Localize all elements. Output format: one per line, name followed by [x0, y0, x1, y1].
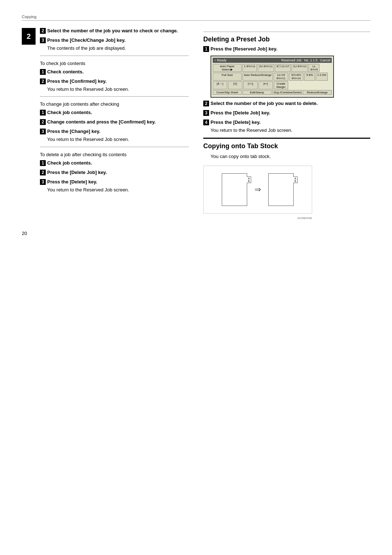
step-text: Press the [Delete] key. [211, 119, 261, 125]
step-number: 4 [203, 119, 209, 125]
intro-step2: 2 Select the number of the job you want … [40, 28, 189, 34]
step-text: Check contents. [47, 69, 83, 74]
step-body: You return to the Reserved Job screen. [47, 136, 189, 143]
image-credit: GCINDX0E [203, 216, 312, 220]
left-column: 2 2 Select the number of the job you wan… [22, 28, 189, 220]
step-text: Change contents and press the [Confirmed… [47, 119, 156, 125]
intro-step3: 3 Press the [Check/Change Job] key. The … [40, 37, 189, 52]
step-number: 1 [40, 160, 46, 166]
s2-step1: 1 Check job contents. [40, 110, 189, 116]
step-body: The contents of the job are displayed. [47, 45, 189, 52]
delete-section-heading: Deleting a Preset Job [203, 36, 370, 43]
lcd-reserved: Reserved Job No. 1 1 5 Cancel [281, 58, 330, 62]
tab-page-result: AB [268, 173, 294, 206]
arrow-icon: ⇒ [254, 185, 261, 194]
right-column: Deleting a Preset Job 1 Press the [Reser… [203, 28, 370, 220]
delete-step3: 3 Press the [Delete Job] key. [203, 110, 370, 116]
lcd-row4: Cover/Slip Sheet Edit/Stamp Dup./Combine… [213, 90, 332, 95]
s3-step3: 3 Press the [Delete] key. You return to … [40, 179, 189, 194]
tab-illustration: AB ⇒ AB [203, 166, 312, 214]
step-body: You return to the Reserved Job screen. [47, 86, 189, 93]
tab-page-source: AB [222, 173, 247, 206]
step-text: Press the [Delete] key. [47, 179, 97, 185]
lcd-row3: [A→] [V] [+□] [▪+] CreateMargin [213, 81, 332, 89]
lcd-status: ○ Ready [214, 58, 226, 62]
copying-body: You can copy onto tab stock. [211, 153, 370, 160]
step-number: 1 [203, 46, 209, 52]
lcd-cell: Reduce/Enlarge [303, 90, 332, 95]
lcd-cell: 1U 8½×11 [291, 64, 308, 72]
page-number: 20 [22, 231, 370, 236]
lcd-display: ○ Ready Reserved Job No. 1 1 5 Cancel Au… [211, 56, 334, 98]
step-text: Press the [Confirmed] key. [47, 78, 107, 84]
step-number: 1 [40, 69, 46, 75]
divider [40, 56, 189, 56]
lcd-cell: 2U 8½×11 [258, 64, 274, 72]
step-text: Select the number of the job you want to… [211, 101, 318, 106]
step-text: Press the [Check/Change Job] key. [47, 37, 126, 43]
step-text: Press the [Delete Job] key. [211, 110, 270, 116]
lcd-cell: 1 0 0% [316, 73, 328, 81]
step-number: 2 [40, 78, 46, 84]
divider [203, 32, 370, 32]
lcd-cell: Auto Reduce/Enlarge [242, 73, 273, 81]
step-text: Press the [Delete Job] key. [47, 170, 107, 175]
s3-step2: 2 Press the [Delete Job] key. [40, 170, 189, 175]
delete-step2: 2 Select the number of the job you want … [203, 101, 370, 106]
step-number: 3 [203, 110, 209, 116]
copying-section: Copying onto Tab Stock You can copy onto… [203, 138, 370, 220]
lcd-cell: 11×158½×11 [274, 73, 288, 81]
lcd-cell: [V] [228, 81, 242, 89]
divider [40, 147, 189, 147]
tab-ear: AB [293, 177, 298, 183]
copying-section-heading: Copying onto Tab Stock [203, 142, 370, 150]
step-text: Check job contents. [47, 160, 92, 166]
lcd-cell: [+□] [243, 81, 258, 89]
step-text: Check job contents. [47, 110, 92, 115]
s1-step1: 1 Check contents. [40, 69, 189, 75]
step-number: 2 [203, 101, 209, 106]
lcd-cell: Cover/Slip Sheet [213, 90, 242, 95]
lcd-cell: 9 8% [304, 73, 315, 81]
chapter-badge: 2 [22, 28, 36, 45]
delete-section: Deleting a Preset Job 1 Press the [Reser… [203, 32, 370, 134]
section1-label: To check job contents [40, 60, 189, 67]
step-number: 3 [40, 129, 46, 134]
lcd-cell: CreateMargin [274, 81, 288, 89]
lcd-cell: Auto PaperSelect ▶ [213, 64, 242, 72]
s2-step3: 3 Press the [Change] key. You return to … [40, 129, 189, 143]
step-body: You return to the Reserved Job screen. [47, 186, 189, 194]
lcd-header: ○ Ready Reserved Job No. 1 1 5 Cancel [213, 58, 332, 63]
step-body: You return to the Reserved Job screen. [211, 127, 370, 134]
lcd-cell: 5½×8½8½×14 [289, 73, 303, 81]
step-number: 3 [40, 37, 46, 43]
step-number: 2 [40, 119, 46, 125]
step-text: Select the number of the job you want to… [47, 28, 178, 33]
step-number: 2 [40, 170, 46, 175]
lcd-row2: Full Size Auto Reduce/Enlarge 11×158½×11… [213, 73, 332, 81]
lcd-cell: Dup./Combine/Series [272, 90, 302, 95]
s3-step1: 1 Check job contents. [40, 160, 189, 166]
step-number: 3 [40, 179, 46, 185]
section3-label: To delete a job after checking its conte… [40, 151, 189, 158]
lcd-cell: 1 8½×11 [242, 64, 257, 72]
s1-step2: 2 Press the [Confirmed] key. You return … [40, 78, 189, 93]
s2-step2: 2 Change contents and press the [Confirm… [40, 119, 189, 125]
lcd-cell: LL8½×5 [309, 64, 319, 72]
lcd-row1: Auto PaperSelect ▶ 1 8½×11 2U 8½×11 3☐ 1… [213, 64, 332, 72]
section2-label: To change job contents after checking [40, 101, 189, 108]
page-header: Copying [22, 15, 370, 21]
divider [40, 96, 189, 97]
lcd-cell: [▪+] [258, 81, 273, 89]
delete-step1: 1 Press the [Reserved Job] key. [203, 46, 370, 52]
lcd-cell: [A→] [213, 81, 227, 89]
lcd-cell: Full Size [213, 73, 242, 81]
delete-step4: 4 Press the [Delete] key. You return to … [203, 119, 370, 134]
step-text: Press the [Reserved Job] key. [211, 46, 277, 52]
lcd-cell: 3☐ 11×17 [275, 64, 291, 72]
thick-divider [203, 138, 370, 139]
tab-ear: AB [247, 177, 251, 183]
step-text: Press the [Change] key. [47, 129, 100, 134]
step-number: 1 [40, 110, 46, 116]
lcd-cell: Edit/Stamp [242, 90, 271, 95]
